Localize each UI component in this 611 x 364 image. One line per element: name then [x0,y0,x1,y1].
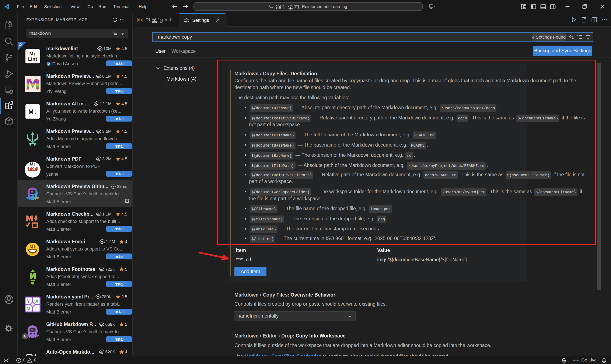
svg-text:L: L [35,306,38,312]
svg-text:M↓: M↓ [31,190,34,194]
svg-text:M: M [26,306,30,312]
svg-text:Y: Y [27,299,30,304]
svg-text:A: A [35,299,39,304]
svg-text:M↓: M↓ [29,244,36,249]
svg-text:M↓: M↓ [31,328,34,332]
